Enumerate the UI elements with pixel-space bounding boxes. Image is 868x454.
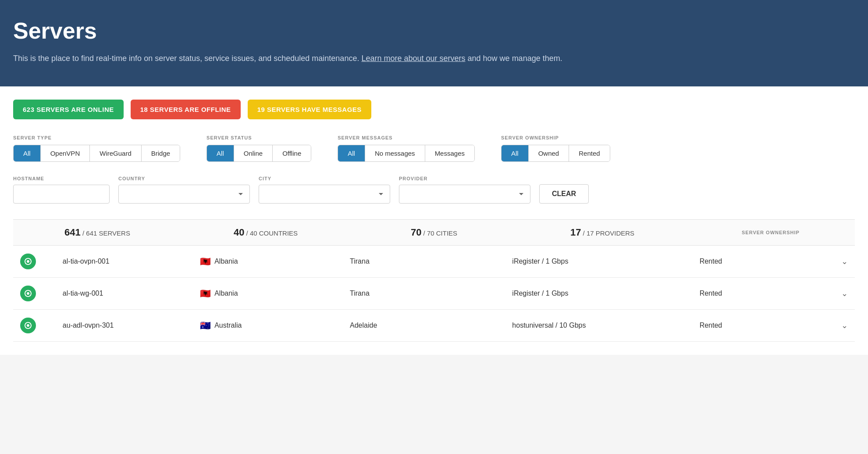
clear-button[interactable]: CLEAR	[539, 184, 589, 204]
provider-select[interactable]	[399, 185, 530, 204]
country-name: Albania	[214, 257, 238, 265]
header: Servers This is the place to find real-t…	[0, 0, 868, 86]
server-type-openvpn[interactable]: OpenVPN	[41, 145, 90, 161]
offline-badge[interactable]: 18 SERVERS ARE OFFLINE	[131, 100, 241, 119]
server-messages-has[interactable]: Messages	[425, 145, 474, 161]
stat-countries: 40 / 40 COUNTRIES	[181, 227, 350, 238]
stat-cities: 70 / 70 CITIES	[350, 227, 518, 238]
server-ownership-all[interactable]: All	[502, 145, 529, 161]
server-messages-all[interactable]: All	[338, 145, 365, 161]
chevron-down-icon: ⌄	[841, 289, 848, 298]
country-name: Australia	[214, 322, 242, 329]
ownership-value: Rented	[700, 257, 722, 265]
server-messages-label: SERVER MESSAGES	[338, 135, 475, 140]
main-content: 623 SERVERS ARE ONLINE 18 SERVERS ARE OF…	[0, 86, 868, 355]
server-status-online[interactable]: Online	[234, 145, 273, 161]
server-messages-buttons: All No messages Messages	[338, 145, 475, 162]
server-hostname: au-adl-ovpn-301	[56, 310, 193, 342]
server-type-buttons: All OpenVPN WireGuard Bridge	[13, 145, 180, 162]
server-hostname: al-tia-wg-001	[56, 278, 193, 310]
table-row[interactable]: al-tia-ovpn-001 🇦🇱 Albania Tirana iRegis…	[13, 246, 855, 278]
server-status-label: SERVER STATUS	[206, 135, 311, 140]
country-label: COUNTRY	[118, 176, 250, 181]
hostname-input[interactable]	[13, 185, 110, 204]
server-country: 🇦🇱 Albania	[193, 246, 343, 278]
server-ownership[interactable]: Rented ⌄	[693, 246, 855, 278]
server-provider: iRegister / 1 Gbps	[505, 246, 692, 278]
server-city: Tirana	[343, 246, 505, 278]
hostname-label: HOSTNAME	[13, 176, 110, 181]
server-ownership-owned[interactable]: Owned	[529, 145, 569, 161]
servers-table: al-tia-ovpn-001 🇦🇱 Albania Tirana iRegis…	[13, 246, 855, 342]
server-country: 🇦🇺 Australia	[193, 310, 343, 342]
header-description: This is the place to find real-time info…	[13, 53, 855, 64]
server-status-buttons: All Online Offline	[206, 145, 311, 162]
table-row[interactable]: au-adl-ovpn-301 🇦🇺 Australia Adelaide ho…	[13, 310, 855, 342]
server-status-offline[interactable]: Offline	[273, 145, 311, 161]
status-badges: 623 SERVERS ARE ONLINE 18 SERVERS ARE OF…	[13, 100, 855, 119]
table-row[interactable]: al-tia-wg-001 🇦🇱 Albania Tirana iRegiste…	[13, 278, 855, 310]
provider-group: PROVIDER	[399, 176, 530, 204]
server-city: Adelaide	[343, 310, 505, 342]
chevron-down-icon: ⌄	[841, 257, 848, 266]
server-status-icon	[13, 246, 56, 278]
server-status-icon	[13, 310, 56, 342]
server-provider: iRegister / 1 Gbps	[505, 278, 692, 310]
city-group: CITY	[259, 176, 390, 204]
filters-row: SERVER TYPE All OpenVPN WireGuard Bridge…	[13, 135, 855, 162]
country-name: Albania	[214, 290, 238, 297]
server-ownership[interactable]: Rented ⌄	[693, 278, 855, 310]
svg-point-2	[27, 324, 29, 327]
city-label: CITY	[259, 176, 390, 181]
country-flag: 🇦🇺	[200, 320, 211, 331]
server-provider: hostuniversal / 10 Gbps	[505, 310, 692, 342]
server-type-bridge[interactable]: Bridge	[142, 145, 180, 161]
server-status-all[interactable]: All	[207, 145, 234, 161]
server-type-all[interactable]: All	[14, 145, 41, 161]
page-title: Servers	[13, 18, 855, 44]
city-select[interactable]	[259, 185, 390, 204]
filter-server-status: SERVER STATUS All Online Offline	[206, 135, 311, 162]
stats-row: 641 / 641 SERVERS 40 / 40 COUNTRIES 70 /…	[13, 219, 855, 246]
server-ownership-buttons: All Owned Rented	[501, 145, 610, 162]
server-type-label: SERVER TYPE	[13, 135, 180, 140]
filter-server-messages: SERVER MESSAGES All No messages Messages	[338, 135, 475, 162]
stat-servers: 641 / 641 SERVERS	[13, 227, 181, 238]
chevron-down-icon: ⌄	[841, 321, 848, 330]
country-flag: 🇦🇱	[200, 256, 211, 267]
server-hostname: al-tia-ovpn-001	[56, 246, 193, 278]
online-badge[interactable]: 623 SERVERS ARE ONLINE	[13, 100, 124, 119]
stat-providers: 17 / 17 PROVIDERS	[518, 227, 687, 238]
filter-server-type: SERVER TYPE All OpenVPN WireGuard Bridge	[13, 135, 180, 162]
server-country: 🇦🇱 Albania	[193, 278, 343, 310]
server-ownership[interactable]: Rented ⌄	[693, 310, 855, 342]
filter-server-ownership: SERVER OWNERSHIP All Owned Rented	[501, 135, 610, 162]
ownership-value: Rented	[700, 290, 722, 297]
provider-label: PROVIDER	[399, 176, 530, 181]
messages-badge[interactable]: 19 SERVERS HAVE MESSAGES	[248, 100, 371, 119]
server-ownership-label: SERVER OWNERSHIP	[501, 135, 610, 140]
hostname-group: HOSTNAME	[13, 176, 110, 204]
svg-point-1	[27, 292, 29, 295]
svg-point-0	[27, 260, 29, 263]
stat-ownership-label: SERVER OWNERSHIP	[687, 227, 855, 238]
country-group: COUNTRY	[118, 176, 250, 204]
server-city: Tirana	[343, 278, 505, 310]
ownership-value: Rented	[700, 322, 722, 329]
country-select[interactable]	[118, 185, 250, 204]
inputs-row: HOSTNAME COUNTRY CITY PROVIDER CLEAR	[13, 176, 855, 204]
learn-more-link[interactable]: Learn more about our servers	[361, 54, 465, 63]
server-status-icon	[13, 278, 56, 310]
server-type-wireguard[interactable]: WireGuard	[90, 145, 142, 161]
server-ownership-rented[interactable]: Rented	[569, 145, 609, 161]
server-messages-none[interactable]: No messages	[365, 145, 425, 161]
country-flag: 🇦🇱	[200, 288, 211, 299]
